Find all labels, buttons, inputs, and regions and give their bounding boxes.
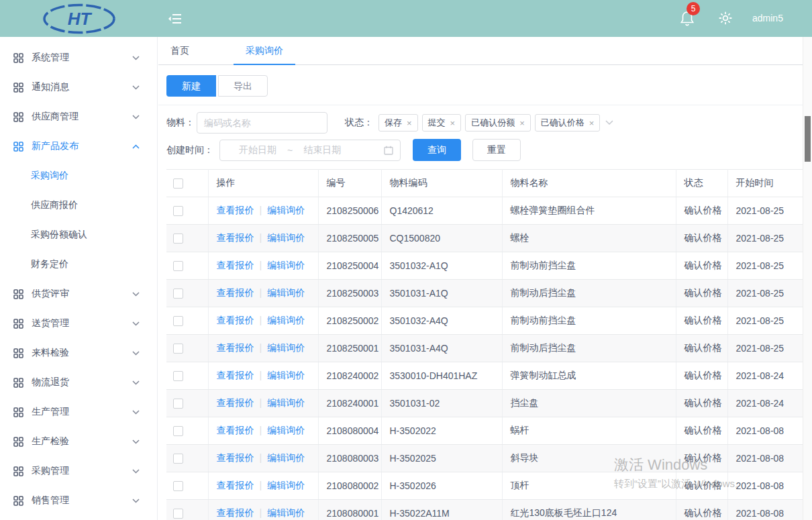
reset-button[interactable]: 重置 <box>472 139 521 161</box>
edit-inquiry-link[interactable]: 编辑询价 <box>267 425 305 435</box>
col-material-name: 物料名称 <box>502 170 676 197</box>
view-quote-link[interactable]: 查看报价 <box>217 480 254 490</box>
view-quote-link[interactable]: 查看报价 <box>217 425 254 435</box>
row-checkbox[interactable] <box>173 454 183 464</box>
status-select[interactable]: 保存× 提交× 已确认份额× 已确认价格× <box>378 114 613 132</box>
edit-inquiry-link[interactable]: 编辑询价 <box>267 370 305 380</box>
cell-start-time: 2021-08-08 <box>727 472 803 500</box>
view-quote-link[interactable]: 查看报价 <box>217 287 254 298</box>
tag-remove-icon[interactable]: × <box>589 118 595 128</box>
new-button[interactable]: 新建 <box>166 75 216 97</box>
sidebar-item[interactable]: 新产品发布 <box>0 132 157 161</box>
sidebar-item[interactable]: 供应商管理 <box>0 102 157 132</box>
cell-status: 确认价格 <box>676 472 727 500</box>
status-tag[interactable]: 保存× <box>378 114 418 132</box>
row-checkbox[interactable] <box>173 233 183 244</box>
created-time-label: 创建时间： <box>166 144 213 156</box>
view-quote-link[interactable]: 查看报价 <box>217 370 254 380</box>
row-checkbox[interactable] <box>173 206 183 216</box>
material-input[interactable] <box>197 112 327 134</box>
edit-inquiry-link[interactable]: 编辑询价 <box>267 260 305 270</box>
row-checkbox[interactable] <box>173 399 183 409</box>
user-menu[interactable]: admin5 <box>752 0 783 37</box>
sidebar-item[interactable]: 通知消息 <box>0 72 157 102</box>
edit-inquiry-link[interactable]: 编辑询价 <box>267 287 305 298</box>
view-quote-link[interactable]: 查看报价 <box>217 342 254 353</box>
select-all-checkbox[interactable] <box>173 178 183 189</box>
sidebar-subitem[interactable]: 财务定价 <box>0 250 157 279</box>
vertical-scrollbar[interactable] <box>803 37 812 520</box>
view-quote-link[interactable]: 查看报价 <box>217 205 254 215</box>
edit-inquiry-link[interactable]: 编辑询价 <box>267 397 305 408</box>
cell-number: 2108250006 <box>318 197 381 225</box>
sidebar-item-label: 采购管理 <box>32 465 69 477</box>
cell-material-name: 红光130底板毛坯止口124 <box>502 500 676 520</box>
tab-home[interactable]: 首页 <box>158 37 201 65</box>
sidebar-item[interactable]: 采购管理 <box>0 456 157 486</box>
sidebar-item[interactable]: 系统管理 <box>0 43 157 72</box>
cell-number: 2108240002 <box>318 362 381 390</box>
sidebar-item[interactable]: 销售管理 <box>0 486 157 515</box>
row-checkbox[interactable] <box>173 344 183 354</box>
table-row: 查看报价|编辑询价 2108250001 3501031-A4Q 前制动后挡尘盘… <box>166 335 803 362</box>
edit-inquiry-link[interactable]: 编辑询价 <box>267 480 305 490</box>
cell-material-name: 前制动前挡尘盘 <box>502 252 676 280</box>
grid-menu-icon <box>13 466 23 476</box>
status-tag[interactable]: 已确认份额× <box>465 114 531 132</box>
edit-inquiry-link[interactable]: 编辑询价 <box>267 342 305 353</box>
grid-menu-icon <box>13 437 23 447</box>
logo-text: HT <box>67 9 92 29</box>
select-chevron-icon[interactable] <box>605 120 613 125</box>
cell-material-name: 螺栓 <box>502 225 676 252</box>
sidebar-subitem-label: 采购询价 <box>31 170 68 182</box>
edit-inquiry-link[interactable]: 编辑询价 <box>267 315 305 325</box>
row-checkbox[interactable] <box>173 261 183 271</box>
sidebar-item[interactable]: 物流退货 <box>0 368 157 397</box>
sidebar-item[interactable]: 来料检验 <box>0 338 157 368</box>
row-checkbox[interactable] <box>173 426 183 436</box>
date-range-picker[interactable]: 开始日期 ~ 结束日期 <box>219 140 401 161</box>
sidebar-subitem[interactable]: 供应商报价 <box>0 191 157 220</box>
status-tag[interactable]: 提交× <box>422 114 462 132</box>
edit-inquiry-link[interactable]: 编辑询价 <box>267 232 305 243</box>
view-quote-link[interactable]: 查看报价 <box>217 452 254 463</box>
table-row: 查看报价|编辑询价 2108240001 3501031-02 挡尘盘 确认价格… <box>166 390 803 417</box>
sidebar-item[interactable]: 生产管理 <box>0 397 157 427</box>
sidebar-item[interactable]: 送货管理 <box>0 309 157 338</box>
tag-remove-icon[interactable]: × <box>450 118 456 128</box>
export-button[interactable]: 导出 <box>218 75 268 97</box>
sidebar-item[interactable]: 生产检验 <box>0 427 157 456</box>
tag-remove-icon[interactable]: × <box>519 118 525 128</box>
grid-menu-icon <box>13 289 23 299</box>
tag-remove-icon[interactable]: × <box>407 118 412 128</box>
view-quote-link[interactable]: 查看报价 <box>217 507 254 518</box>
sidebar-item[interactable]: 供货评审 <box>0 279 157 309</box>
row-checkbox[interactable] <box>173 509 183 519</box>
collapse-menu-icon[interactable] <box>168 11 183 26</box>
view-quote-link[interactable]: 查看报价 <box>217 260 254 270</box>
tab-purchase-inquiry[interactable]: 采购询价 <box>234 37 295 65</box>
col-status: 状态 <box>676 170 727 197</box>
search-button[interactable]: 查询 <box>413 139 461 161</box>
edit-inquiry-link[interactable]: 编辑询价 <box>267 205 305 215</box>
scrollbar-thumb[interactable] <box>805 116 811 162</box>
row-checkbox[interactable] <box>173 371 183 381</box>
view-quote-link[interactable]: 查看报价 <box>217 397 254 408</box>
edit-inquiry-link[interactable]: 编辑询价 <box>267 507 305 518</box>
cell-start-time: 2021-08-24 <box>727 390 803 417</box>
row-checkbox[interactable] <box>173 481 183 491</box>
col-actions: 操作 <box>208 170 318 197</box>
view-quote-link[interactable]: 查看报价 <box>217 232 254 243</box>
row-checkbox[interactable] <box>173 289 183 299</box>
row-checkbox[interactable] <box>173 316 183 326</box>
sidebar-subitem[interactable]: 采购份额确认 <box>0 220 157 250</box>
view-quote-link[interactable]: 查看报价 <box>217 315 254 325</box>
cell-material-name: 斜导块 <box>502 445 676 472</box>
status-tag[interactable]: 已确认价格× <box>535 114 601 132</box>
grid-menu-icon <box>13 378 23 388</box>
edit-inquiry-link[interactable]: 编辑询价 <box>267 452 305 463</box>
settings-gear-icon[interactable] <box>718 11 733 25</box>
col-number: 编号 <box>318 170 381 197</box>
sidebar-subitem[interactable]: 采购询价 <box>0 161 157 191</box>
cell-start-time: 2021-08-25 <box>727 252 803 280</box>
